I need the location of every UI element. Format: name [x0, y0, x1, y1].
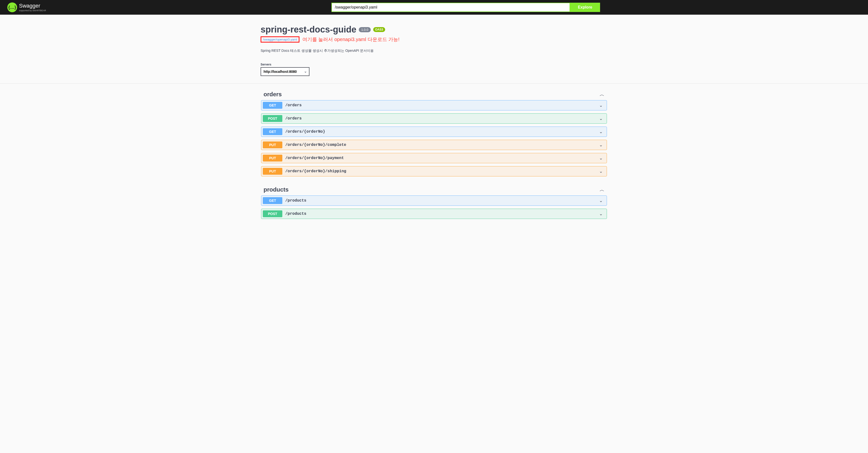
api-info: spring-rest-docs-guide 1.0.0 OAS3 /swagg…: [260, 14, 608, 60]
chevron-down-icon: ⌄: [599, 155, 603, 161]
operation-path: /orders: [285, 103, 302, 108]
spec-link[interactable]: /swagger/openapi3.yaml: [260, 36, 300, 42]
operation-row[interactable]: GET/orders/{orderNo}⌄: [261, 127, 607, 137]
operation-path: /orders/{orderNo}/complete: [285, 143, 346, 147]
tag-section-orders: orders︿GET/orders⌄POST/orders⌄GET/orders…: [260, 84, 608, 179]
method-badge-get: GET: [263, 197, 282, 204]
chevron-down-icon: ⌄: [599, 102, 603, 108]
chevron-down-icon: ⌄: [599, 142, 603, 148]
api-description: Spring REST Docs 테스트 생성물 생성시 추가생성되는 Open…: [260, 49, 608, 53]
tag-header-products[interactable]: products︿: [260, 184, 608, 195]
tag-name: products: [264, 186, 289, 193]
operation-path: /orders: [285, 116, 302, 121]
explore-button[interactable]: Explore: [570, 3, 600, 12]
swagger-icon: {…}: [7, 2, 17, 12]
version-badge: 1.0.0: [359, 27, 371, 32]
swagger-logo[interactable]: {…} Swagger supported by SMARTBEAR: [7, 2, 66, 12]
method-badge-put: PUT: [263, 155, 282, 161]
server-select[interactable]: http://localhost:8080: [260, 67, 309, 76]
operation-row[interactable]: PUT/orders/{orderNo}/payment⌄: [261, 153, 607, 163]
search-wrap: Explore: [332, 3, 600, 12]
operation-path: /products: [285, 199, 306, 203]
tag-name: orders: [264, 91, 282, 98]
servers-section: Servers http://localhost:8080: [260, 60, 608, 83]
chevron-up-icon: ︿: [599, 186, 604, 193]
method-badge-put: PUT: [263, 142, 282, 148]
operation-path: /products: [285, 212, 306, 216]
chevron-down-icon: ⌄: [599, 116, 603, 121]
spec-url-input[interactable]: [332, 3, 570, 12]
topbar: {…} Swagger supported by SMARTBEAR Explo…: [0, 0, 868, 14]
operations-list: GET/products⌄POST/products⌄: [260, 195, 608, 219]
operation-path: /orders/{orderNo}/payment: [285, 156, 344, 160]
operation-row[interactable]: GET/orders⌄: [261, 100, 607, 111]
method-badge-get: GET: [263, 102, 282, 109]
method-badge-post: POST: [263, 115, 282, 122]
tag-header-orders[interactable]: orders︿: [260, 88, 608, 100]
operation-path: /orders/{orderNo}/shipping: [285, 169, 346, 174]
operation-row[interactable]: PUT/orders/{orderNo}/shipping⌄: [261, 166, 607, 176]
api-title: spring-rest-docs-guide: [260, 24, 356, 35]
tag-section-products: products︿GET/products⌄POST/products⌄: [260, 179, 608, 221]
chevron-down-icon: ⌄: [599, 129, 603, 134]
operation-row[interactable]: PUT/orders/{orderNo}/complete⌄: [261, 140, 607, 150]
method-badge-get: GET: [263, 128, 282, 135]
operation-row[interactable]: POST/orders⌄: [261, 113, 607, 124]
operation-path: /orders/{orderNo}: [285, 129, 325, 134]
swagger-logo-text: Swagger supported by SMARTBEAR: [19, 3, 46, 12]
brand-name: Swagger: [19, 3, 46, 8]
operations-list: GET/orders⌄POST/orders⌄GET/orders/{order…: [260, 100, 608, 176]
oas-badge: OAS3: [373, 27, 385, 32]
operation-row[interactable]: GET/products⌄: [261, 195, 607, 206]
chevron-down-icon: ⌄: [599, 211, 603, 216]
brand-sub: supported by SMARTBEAR: [19, 9, 46, 12]
chevron-up-icon: ︿: [599, 91, 604, 98]
chevron-down-icon: ⌄: [599, 169, 603, 174]
servers-label: Servers: [260, 63, 608, 66]
annotation-text: 여기를 눌러서 openapi3.yaml 다운로드 가능!: [302, 36, 400, 43]
method-badge-post: POST: [263, 210, 282, 217]
chevron-down-icon: ⌄: [599, 198, 603, 203]
method-badge-put: PUT: [263, 168, 282, 175]
operation-row[interactable]: POST/products⌄: [261, 209, 607, 219]
